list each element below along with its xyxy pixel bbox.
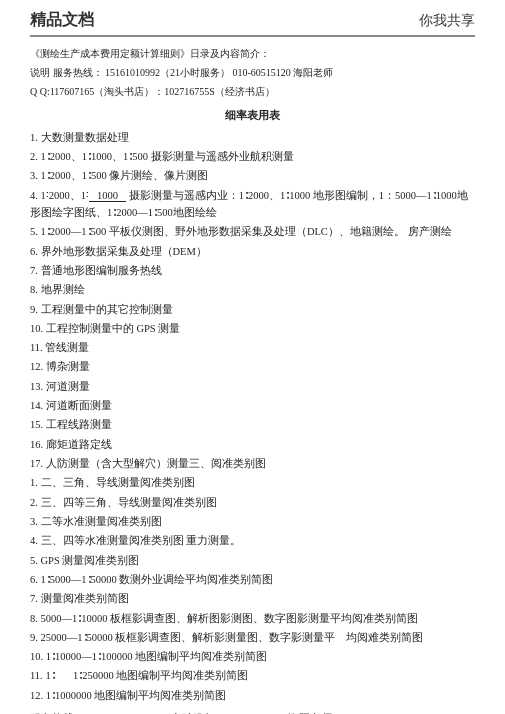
list-item: 5. 1∶2000—1∶500 平板仪测图、野外地形数据采集及处理（DLC）、地… — [30, 223, 475, 240]
list-item: 15. 工程线路测量 — [30, 416, 475, 433]
list-item: 9. 25000—1∶50000 板框影调查图、解析影测量图、数字影测量平 均阅… — [30, 629, 475, 646]
list-item: 8. 5000—1∶10000 板框影调查图、解析图影测图、数字图影测量平均阅准… — [30, 610, 475, 627]
list-item: 3. 二等水准测量阅准类别图 — [30, 513, 475, 530]
list-item: 17. 人防测量（含大型解穴）测量三、阅准类别图 — [30, 455, 475, 472]
list-item: 11. 管线测量 — [30, 339, 475, 356]
list-item: 9. 工程测量中的其它控制测量 — [30, 301, 475, 318]
list-item: 7. 测量阅准类别简图 — [30, 590, 475, 607]
header-slogan: 你我共享 — [419, 12, 475, 30]
list-item: 11. 1∶ 1∶250000 地图编制平均阅准类别简图 — [30, 667, 475, 684]
intro-line1: 《测绘生产成本费用定额计算细则》日录及内容简介： — [30, 45, 475, 62]
list-item: 2. 三、四等三角、导线测量阅准类别图 — [30, 494, 475, 511]
list-item: 10. 工程控制测量中的 GPS 测量 — [30, 320, 475, 337]
list-item: 2. 1∶2000、1∶1000、1∶500 摄影测量与遥感外业航积测量 — [30, 148, 475, 165]
list-item: 8. 地界测绘 — [30, 281, 475, 298]
intro-section: 《测绘生产成本费用定额计算细则》日录及内容简介： 说明 服务热线： 151610… — [30, 45, 475, 100]
list-item: 1. 二、三角、导线测量阅准类别图 — [30, 474, 475, 491]
list-item: 10. 1∶10000—1∶100000 地图编制平均阅准类别简图 — [30, 648, 475, 665]
list-item: 14. 河道断面测量 — [30, 397, 475, 414]
list-item: 13. 河道测量 — [30, 378, 475, 395]
list-item: 6. 界外地形数据采集及处理（DEM） — [30, 243, 475, 260]
document-body: 《测绘生产成本费用定额计算细则》日录及内容简介： 说明 服务热线： 151610… — [30, 45, 475, 714]
page-header: 精品文档 你我共享 — [30, 10, 475, 37]
list-item: 12. 1∶1000000 地图编制平均阅准类别简图 — [30, 687, 475, 704]
list-item: 4. 1∶2000、1∶1000 摄影测量与遥感内业：1∶2000、1∶1000… — [30, 187, 475, 222]
intro-line2: 说明 服务热线： 15161010992（21小时服务） 010-6051512… — [30, 64, 475, 81]
section-title: 细率表用表 — [30, 106, 475, 125]
list-item: 12. 博杂测量 — [30, 358, 475, 375]
list-item: 4. 三、四等水准测量阅准类别图 重力测量。 — [30, 532, 475, 549]
header-title: 精品文档 — [30, 10, 94, 31]
list-item: 5. GPS 测量阅准类别图 — [30, 552, 475, 569]
footer-hotline: 服务热线： 15161010992（21小时服务）010-60515120 海阳… — [30, 710, 475, 714]
items-list: 1. 大数测量数据处理 2. 1∶2000、1∶1000、1∶500 摄影测量与… — [30, 129, 475, 704]
footer-contact: 服务热线： 15161010992（21小时服务）010-60515120 海阳… — [30, 710, 475, 714]
list-item: 1. 大数测量数据处理 — [30, 129, 475, 146]
list-item: 16. 廊矩道路定线 — [30, 436, 475, 453]
list-item: 3. 1∶2000、1∶500 像片测绘、像片测图 — [30, 167, 475, 184]
list-item: 6. 1∶5000—1∶50000 数测外业调绘平均阅准类别简图 — [30, 571, 475, 588]
list-item: 7. 普通地形图编制服务热线 — [30, 262, 475, 279]
intro-qq: Q Q:117607165（淘头书店）：102716755S（经济书店） — [30, 83, 475, 100]
